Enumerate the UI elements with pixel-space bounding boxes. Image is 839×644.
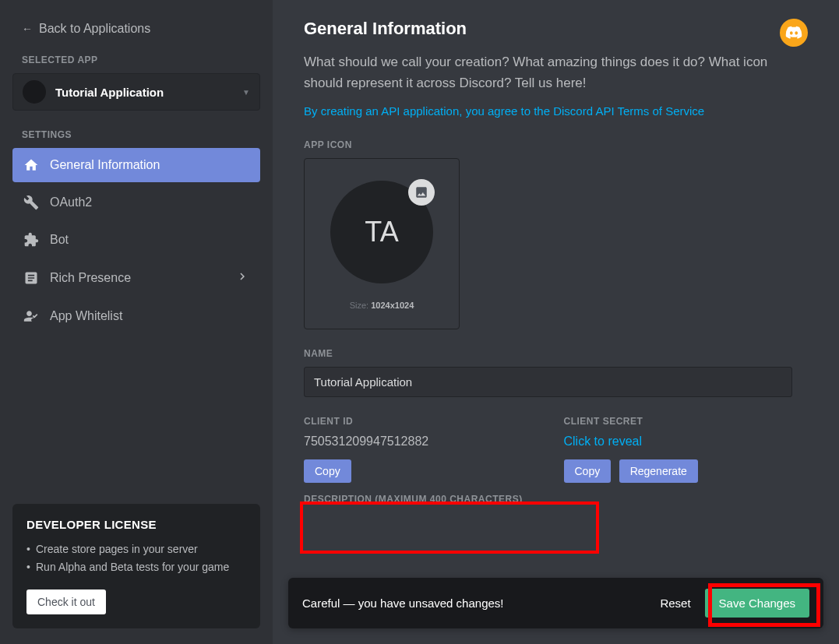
- puzzle-icon: [23, 232, 39, 248]
- app-icon-initials: TA: [365, 216, 398, 248]
- description-label: DESCRIPTION (MAXIMUM 400 CHARACTERS): [304, 494, 808, 505]
- page-title: General Information: [304, 19, 780, 39]
- settings-label: SETTINGS: [22, 129, 251, 140]
- sidebar-item-general-information[interactable]: General Information: [12, 148, 260, 182]
- license-bullets: Create store pages in your server Run Al…: [26, 540, 246, 575]
- sidebar-item-label: Bot: [50, 233, 69, 247]
- app-icon-label: APP ICON: [304, 139, 808, 150]
- sidebar: ← Back to Applications SELECTED APP Tuto…: [0, 0, 273, 644]
- sidebar-item-label: Rich Presence: [50, 271, 131, 285]
- regenerate-button[interactable]: Regenerate: [619, 459, 698, 483]
- sidebar-item-rich-presence[interactable]: Rich Presence: [12, 260, 260, 296]
- sidebar-item-label: OAuth2: [50, 195, 92, 209]
- unsaved-changes-bar: Careful — you have unsaved changes! Rese…: [288, 578, 823, 628]
- back-label: Back to Applications: [39, 22, 150, 36]
- chevron-right-icon: [235, 269, 249, 287]
- reset-button[interactable]: Reset: [660, 596, 690, 610]
- tos-link[interactable]: By creating an API application, you agre…: [304, 104, 704, 118]
- spelling-underline: discord.py: [523, 520, 576, 534]
- client-secret-label: CLIENT SECRET: [564, 416, 809, 427]
- license-bullet: Run Alpha and Beta tests for your game: [26, 558, 246, 575]
- sidebar-item-oauth2[interactable]: OAuth2: [12, 185, 260, 220]
- license-title: DEVELOPER LICENSE: [26, 518, 246, 531]
- name-label: NAME: [304, 348, 808, 359]
- check-it-out-button[interactable]: Check it out: [26, 589, 106, 614]
- license-bullet: Create store pages in your server: [26, 540, 246, 558]
- app-avatar: [23, 80, 46, 104]
- app-icon-placeholder: TA: [330, 181, 433, 283]
- app-selector[interactable]: Tutorial Application ▼: [12, 73, 260, 111]
- sidebar-item-label: App Whitelist: [50, 309, 122, 323]
- main-content: General Information What should we call …: [273, 0, 839, 644]
- developer-license-card: DEVELOPER LICENSE Create store pages in …: [12, 504, 260, 628]
- upload-image-icon[interactable]: [408, 179, 435, 206]
- app-selector-name: Tutorial Application: [55, 86, 233, 99]
- sidebar-item-app-whitelist[interactable]: App Whitelist: [12, 299, 260, 333]
- app-icon-uploader[interactable]: TA Size: 1024x1024: [304, 158, 460, 329]
- wrench-icon: [23, 195, 39, 210]
- sidebar-item-bot[interactable]: Bot: [12, 223, 260, 257]
- unsaved-message: Careful — you have unsaved changes!: [302, 596, 660, 610]
- save-changes-button[interactable]: Save Changes: [705, 589, 809, 618]
- selected-app-label: SELECTED APP: [22, 55, 251, 65]
- home-icon: [23, 157, 39, 173]
- chevron-down-icon: ▼: [242, 88, 250, 97]
- document-icon: [23, 270, 39, 286]
- page-description: What should we call your creation? What …: [304, 51, 808, 93]
- arrow-left-icon: ←: [22, 23, 33, 35]
- copy-client-secret-button[interactable]: Copy: [564, 459, 612, 483]
- client-id-label: CLIENT ID: [304, 416, 548, 427]
- click-to-reveal-link[interactable]: Click to reveal: [564, 435, 642, 449]
- copy-client-id-button[interactable]: Copy: [304, 459, 351, 483]
- sidebar-item-label: General Information: [50, 158, 160, 172]
- size-hint: Size: 1024x1024: [350, 301, 414, 310]
- back-to-applications[interactable]: ← Back to Applications: [22, 22, 251, 36]
- client-id-value: 750531209947512882: [304, 435, 548, 449]
- name-input[interactable]: [304, 367, 792, 397]
- user-check-icon: [23, 308, 39, 324]
- discord-logo-icon: [780, 19, 808, 47]
